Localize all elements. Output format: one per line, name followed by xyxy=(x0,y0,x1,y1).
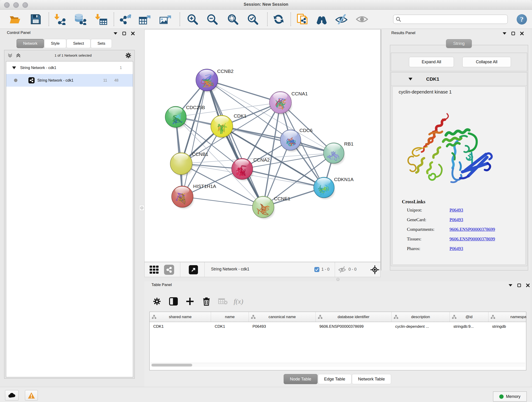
column-header-canonical-name[interactable]: canonical name xyxy=(249,312,316,322)
open-in-new-window-button[interactable] xyxy=(189,265,198,274)
horizontal-splitter-handle[interactable] xyxy=(336,278,340,281)
expand-all-button[interactable]: Expand All xyxy=(409,57,454,67)
panel-float-icon[interactable] xyxy=(517,283,521,288)
panel-close-icon[interactable] xyxy=(526,283,530,288)
column-header-namespace[interactable]: namespace xyxy=(488,312,526,322)
table-cell[interactable]: cyclin-dependent ... xyxy=(392,324,450,329)
tab-node-table[interactable]: Node Table xyxy=(284,374,317,384)
hide-selected-button[interactable] xyxy=(335,13,348,26)
collection-expand-icon[interactable] xyxy=(12,66,16,69)
network-node-rb1[interactable]: RB1 xyxy=(323,141,354,166)
network-node-ccna2[interactable]: CCNA2 xyxy=(232,157,270,182)
first-neighbors-button[interactable] xyxy=(315,13,328,26)
network-node-count: 11 xyxy=(103,78,107,83)
crosslink-link[interactable]: 9606.ENSP00000378699 xyxy=(450,227,495,236)
table-cell[interactable]: 9606.ENSP00000378699 xyxy=(316,324,392,329)
tab-style[interactable]: Style xyxy=(44,39,66,48)
tab-sets[interactable]: Sets xyxy=(91,39,112,48)
gene-section-header[interactable]: CDK1 xyxy=(391,72,527,86)
collection-count: 1 xyxy=(120,65,122,70)
network-edge[interactable] xyxy=(222,126,334,153)
zoom-selected-button[interactable] xyxy=(246,13,259,26)
crosslink-link[interactable]: P06493 xyxy=(450,208,463,217)
table-cell[interactable]: CDK1 xyxy=(150,324,211,329)
table-cell[interactable]: CDK1 xyxy=(211,324,249,329)
table-cell[interactable]: stringdb xyxy=(488,324,526,329)
cloud-status-button[interactable] xyxy=(5,390,19,401)
memory-button[interactable]: Memory xyxy=(493,391,527,402)
export-network-button[interactable] xyxy=(119,13,132,26)
show-all-button[interactable] xyxy=(355,13,368,26)
network-share-button[interactable] xyxy=(164,265,174,275)
add-column-icon[interactable] xyxy=(184,296,196,307)
collapse-all-networks-icon[interactable] xyxy=(7,53,13,57)
network-options-gear-icon[interactable] xyxy=(125,52,131,58)
column-header--id[interactable]: @id xyxy=(450,312,488,322)
apply-layout-button[interactable] xyxy=(272,13,285,26)
panel-menu-icon[interactable] xyxy=(508,283,513,288)
import-table-button[interactable] xyxy=(95,13,108,26)
collapse-all-button[interactable]: Collapse All xyxy=(462,57,511,67)
network-node-ccne1[interactable]: CCNE1 xyxy=(253,196,290,220)
zoom-in-button[interactable] xyxy=(186,13,199,26)
scrollbar-thumb[interactable] xyxy=(152,364,192,366)
grid-view-icon[interactable] xyxy=(149,265,159,275)
selected-checkbox-icon[interactable] xyxy=(314,267,319,272)
network-collection-row[interactable]: String Network - cdk1 1 xyxy=(6,61,133,74)
node-label-ccnb1: CCNB1 xyxy=(192,152,208,157)
table-cell[interactable]: P06493 xyxy=(249,324,316,329)
panel-close-icon[interactable] xyxy=(520,31,524,36)
export-image-button[interactable] xyxy=(159,13,172,26)
results-panel-title: Results Panel xyxy=(391,31,415,35)
tab-string[interactable]: String xyxy=(446,39,472,48)
panel-float-icon[interactable] xyxy=(122,31,127,36)
crosslink-link[interactable]: 9606.ENSP00000378699 xyxy=(450,236,495,246)
delete-column-icon[interactable] xyxy=(201,296,212,307)
table-options-gear-icon[interactable] xyxy=(151,296,163,307)
panel-menu-icon[interactable] xyxy=(502,31,507,36)
network-node-hist1h1a[interactable]: HIST1H1A xyxy=(172,184,216,210)
table-row[interactable]: CDK1CDK1P064939606.ENSP00000378699cyclin… xyxy=(150,322,526,331)
import-network-database-button[interactable] xyxy=(74,13,87,26)
network-row[interactable]: String Network - cdk1 11 48 xyxy=(6,74,133,87)
search-input[interactable] xyxy=(393,15,508,24)
export-table-icon xyxy=(139,13,151,25)
panel-menu-icon[interactable] xyxy=(113,31,118,36)
birds-eye-view-icon[interactable] xyxy=(370,265,380,274)
column-header-shared-name[interactable]: shared name xyxy=(150,312,211,322)
tab-edge-table[interactable]: Edge Table xyxy=(318,374,351,384)
help-button[interactable]: ? xyxy=(517,14,527,25)
left-splitter-handle[interactable] xyxy=(139,205,144,211)
panel-float-icon[interactable] xyxy=(511,31,515,36)
network-node-cdc6[interactable]: CDC6 xyxy=(280,128,312,153)
crosslink-link[interactable]: P06493 xyxy=(450,246,463,256)
gene-details: cyclin-dependent kinase 1 xyxy=(393,86,526,265)
network-edge[interactable] xyxy=(242,169,324,187)
column-header-database-identifier[interactable]: database identifier xyxy=(316,312,392,322)
table-panel: Table Panel f(x) shared namenamecanonica… xyxy=(144,281,530,387)
table-horizontal-scrollbar[interactable] xyxy=(151,363,525,367)
crosslink-link[interactable]: P06493 xyxy=(450,217,463,227)
zoom-out-button[interactable] xyxy=(206,13,219,26)
network-node-cdkn1a[interactable]: CDKN1A xyxy=(314,177,354,200)
network-node-ccnb2[interactable]: CCNB2 xyxy=(196,69,234,93)
import-network-file-button[interactable] xyxy=(54,13,67,26)
tab-network-table[interactable]: Network Table xyxy=(352,374,391,384)
clone-network-button[interactable] xyxy=(296,13,309,26)
tab-select[interactable]: Select xyxy=(66,39,90,48)
open-file-button[interactable] xyxy=(9,13,22,26)
show-columns-icon[interactable] xyxy=(168,296,179,307)
column-header-name[interactable]: name xyxy=(211,312,249,322)
zoom-fit-button[interactable] xyxy=(226,13,239,26)
save-session-button[interactable] xyxy=(29,13,42,26)
tab-network[interactable]: Network xyxy=(17,39,44,48)
column-header-description[interactable]: description xyxy=(392,312,450,322)
export-table-button[interactable] xyxy=(138,13,151,26)
table-cell[interactable]: stringdb:9... xyxy=(450,324,488,329)
warnings-button[interactable] xyxy=(25,390,38,401)
expand-all-networks-icon[interactable] xyxy=(16,53,21,57)
panel-close-icon[interactable] xyxy=(131,31,135,36)
gene-collapse-icon[interactable] xyxy=(409,78,412,80)
network-node-ccna1[interactable]: CCNA1 xyxy=(269,91,308,116)
network-canvas[interactable]: CCNB2CCNA1CDC25BCDK1CDC6RB1CCNB1CCNA2CDK… xyxy=(144,29,380,262)
